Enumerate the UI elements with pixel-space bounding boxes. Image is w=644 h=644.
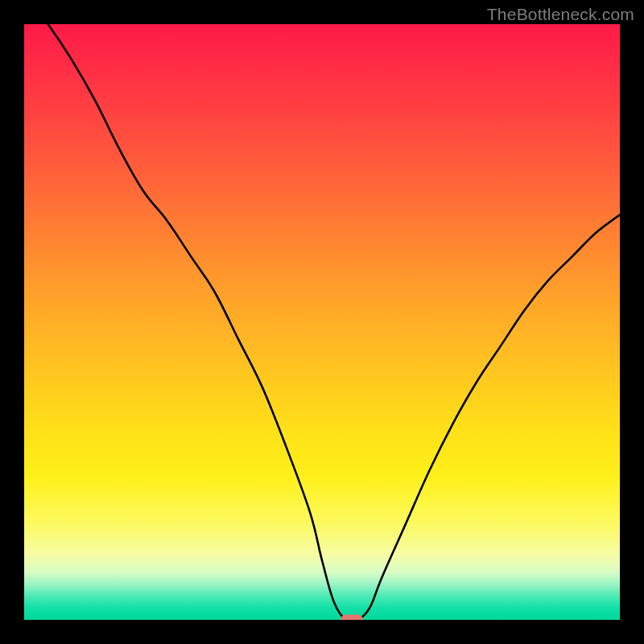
attribution-text: TheBottleneck.com bbox=[487, 5, 634, 24]
plot-area bbox=[24, 24, 620, 620]
bottleneck-curve bbox=[24, 24, 620, 620]
chart-frame: TheBottleneck.com bbox=[0, 0, 644, 644]
optimal-marker bbox=[341, 615, 363, 621]
